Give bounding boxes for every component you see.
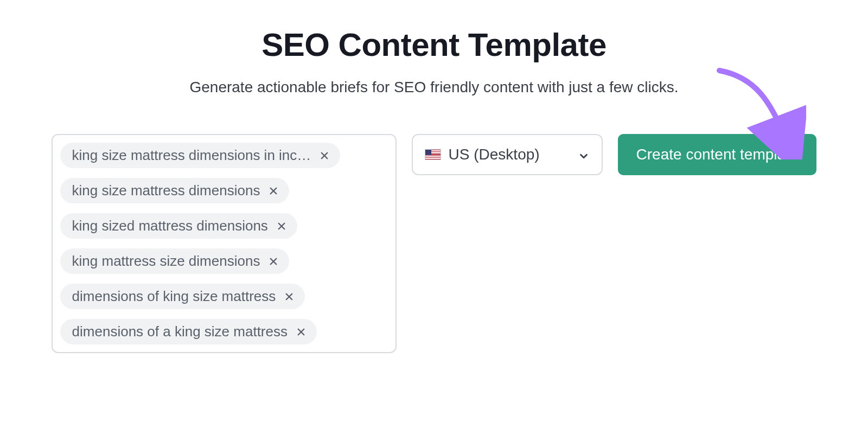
create-content-template-button[interactable]: Create content template xyxy=(618,134,817,175)
us-flag-icon xyxy=(425,149,441,160)
keyword-chip-label: dimensions of a king size mattress xyxy=(72,323,288,340)
keywords-input[interactable]: king size mattress dimensions in inc…kin… xyxy=(52,134,397,353)
remove-keyword-icon[interactable] xyxy=(267,255,279,267)
chevron-down-icon xyxy=(578,149,590,161)
keyword-chip-label: king size mattress dimensions xyxy=(72,182,260,199)
page-subtitle: Generate actionable briefs for SEO frien… xyxy=(0,79,868,96)
page-title: SEO Content Template xyxy=(0,26,868,63)
remove-keyword-icon[interactable] xyxy=(267,185,279,197)
keyword-chip: king mattress size dimensions xyxy=(60,248,290,274)
keyword-chip-label: king size mattress dimensions in inc… xyxy=(72,147,311,164)
keyword-chip: dimensions of a king size mattress xyxy=(60,319,317,344)
keyword-chip-label: king mattress size dimensions xyxy=(72,253,260,270)
create-button-label: Create content template xyxy=(636,146,799,163)
remove-keyword-icon[interactable] xyxy=(295,326,307,338)
form-row: king size mattress dimensions in inc…kin… xyxy=(0,134,868,353)
remove-keyword-icon[interactable] xyxy=(318,150,330,162)
keyword-chip: dimensions of king size mattress xyxy=(60,284,305,309)
keyword-chip: king size mattress dimensions xyxy=(60,178,290,203)
keyword-chip: king size mattress dimensions in inc… xyxy=(60,143,341,168)
keyword-chip: king sized mattress dimensions xyxy=(60,213,297,239)
remove-keyword-icon[interactable] xyxy=(283,291,295,303)
remove-keyword-icon[interactable] xyxy=(276,220,288,232)
keyword-chip-label: dimensions of king size mattress xyxy=(72,288,276,305)
region-label: US (Desktop) xyxy=(449,146,540,163)
region-select[interactable]: US (Desktop) xyxy=(412,134,603,175)
keyword-chip-label: king sized mattress dimensions xyxy=(72,218,268,234)
